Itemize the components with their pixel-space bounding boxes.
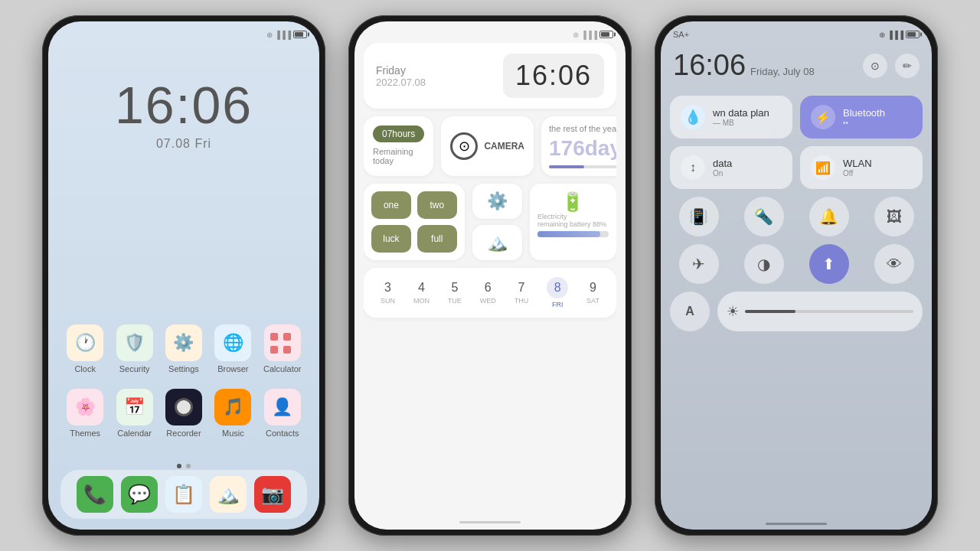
app-row-1: 🕐 Clock 🛡️ Security ⚙️ Settings 🌐 Browse…	[60, 324, 307, 373]
gallery-widget-btn[interactable]: 🏔️	[472, 225, 522, 260]
app-themes[interactable]: 🌸 Themes	[64, 389, 106, 438]
widget-scroll: Friday 2022.07.08 16:06 07hours Remainin…	[364, 43, 616, 514]
cal-day-sun: 3 SUN	[381, 281, 395, 305]
screen-btn[interactable]: 🖼	[874, 197, 914, 236]
lockscreen-time: 16:06 07.08 Fri	[48, 79, 319, 151]
notification-btn[interactable]: 🔔	[809, 197, 849, 236]
shortcut-full[interactable]: full	[417, 225, 457, 253]
lock-date-display: 07.08 Fri	[48, 137, 319, 151]
data-plan-name: wn data plan	[713, 107, 769, 119]
dock-gallery[interactable]: 🏔️	[210, 476, 247, 513]
cc-bottom: A ☀	[670, 292, 923, 331]
dot-1	[177, 464, 181, 468]
status-bar-2: ⊕ ▐▐▐	[354, 21, 626, 43]
app-calendar[interactable]: 📅 Calendar	[113, 389, 156, 438]
status-right-1: ⊕ ▐▐▐	[266, 31, 307, 39]
airplane-btn[interactable]: ✈	[679, 244, 719, 284]
recorder-icon	[165, 389, 202, 425]
app-music[interactable]: 🎵 Music	[211, 389, 254, 438]
camera-circle-icon: ⊙	[450, 132, 478, 160]
battery-1	[293, 31, 307, 38]
data-plan-sub: — MB	[713, 119, 769, 127]
app-settings[interactable]: ⚙️ Settings	[162, 324, 205, 373]
widget-mid-row: 07hours Remaining today ⊙ CAMERA the res…	[364, 116, 616, 176]
wlan-sub: Off	[843, 169, 872, 178]
music-label: Music	[222, 429, 244, 438]
cc-tile-bt-text: Bluetooth ••	[843, 107, 885, 127]
bluetooth-tile-name: Bluetooth	[843, 107, 885, 119]
vibration-btn[interactable]: 📳	[679, 197, 719, 236]
app-calculator[interactable]: Calculator	[261, 324, 304, 373]
recorder-label: Recorder	[166, 429, 201, 438]
contacts-label: Contacts	[266, 429, 299, 438]
app-browser[interactable]: 🌐 Browser	[211, 324, 254, 373]
dock-camera[interactable]: 📷	[254, 476, 291, 513]
battery-widget-fill	[537, 231, 600, 237]
browser-label: Browser	[217, 364, 248, 373]
mobile-data-icon: ↕	[681, 155, 705, 180]
cc-tile-mobile[interactable]: ↕ data On	[670, 146, 792, 189]
status-right-2: ⊕ ▐▐▐	[573, 31, 613, 39]
signal-status: ▐▐▐	[275, 31, 291, 39]
battery-3	[906, 31, 920, 38]
shortcut-luck[interactable]: luck	[371, 225, 411, 253]
scroll-indicator-2	[354, 521, 626, 523]
app-row-2: 🌸 Themes 📅 Calendar Recorder	[60, 389, 307, 438]
status-bar-3: SA+ ⊕ ▐▐▐	[661, 21, 932, 43]
cc-header-icons: ⊙ ✏	[863, 54, 920, 78]
data-drop-icon: 💧	[681, 105, 705, 129]
cal-day-mon: 4 MON	[413, 281, 430, 305]
widget-shortcuts-row: one two luck full ⚙️ 🏔️ 🔋 Electricity re…	[364, 184, 616, 260]
timer-label: Remaining today	[373, 147, 424, 165]
cc-header: 16:06 Friday, July 08 ⊙ ✏	[670, 43, 923, 88]
cc-edit-icon[interactable]: ✏	[895, 54, 920, 78]
settings-label: Settings	[168, 364, 199, 373]
font-size-btn[interactable]: A	[670, 292, 710, 331]
year-days: 176day	[549, 136, 616, 161]
wlan-icon: 📶	[811, 155, 835, 180]
location-btn[interactable]: ⬆	[809, 244, 849, 284]
dock-phone[interactable]: 📞	[77, 476, 113, 513]
battery-2	[599, 31, 613, 38]
cc-icon-grid-1: 📳 🔦 🔔 🖼	[670, 197, 923, 236]
widget-timer[interactable]: 07hours Remaining today	[364, 116, 433, 176]
cc-time-display: 16:06	[673, 49, 746, 82]
app-security[interactable]: 🛡️ Security	[113, 324, 156, 373]
cal-days: 3 SUN 4 MON 5 TUE 6 WED	[371, 277, 609, 308]
brightness-fill	[745, 310, 795, 313]
cc-tiles: 💧 wn data plan — MB ⚡ Bluetooth ••	[670, 96, 923, 139]
calculator-icon	[264, 324, 301, 361]
app-contacts[interactable]: 👤 Contacts	[261, 389, 304, 438]
cc-date-display: Friday, July 08	[750, 66, 815, 82]
dock-notes[interactable]: 📋	[165, 476, 202, 513]
browser-icon: 🌐	[214, 324, 251, 361]
widget-calendar: 3 SUN 4 MON 5 TUE 6 WED	[364, 268, 616, 318]
eye-btn[interactable]: 👁	[874, 244, 914, 284]
shortcut-one[interactable]: one	[371, 191, 411, 219]
calculator-label: Calculator	[263, 364, 302, 373]
app-recorder[interactable]: Recorder	[162, 389, 205, 438]
phone-2: ⊕ ▐▐▐ Friday 2022.07.08 16:06	[348, 15, 632, 536]
brightness-slider[interactable]: ☀	[717, 292, 923, 331]
year-progress-fill	[549, 165, 584, 168]
widget-clock-time: 16:06	[503, 54, 604, 98]
lock-time-display: 16:06	[48, 79, 319, 131]
settings-widget-btn[interactable]: ⚙️	[472, 184, 522, 219]
flashlight-btn[interactable]: 🔦	[744, 197, 784, 236]
cc-location-icon[interactable]: ⊙	[863, 54, 887, 78]
cc-tile-bluetooth[interactable]: ⚡ Bluetooth ••	[800, 96, 923, 139]
widget-icons-col: ⚙️ 🏔️	[472, 184, 522, 260]
app-clock[interactable]: 🕐 Clock	[64, 324, 106, 373]
battery-widget-bar	[537, 231, 609, 237]
cc-tile-wlan[interactable]: 📶 WLAN Off	[800, 146, 923, 189]
contrast-btn[interactable]: ◑	[744, 244, 784, 284]
cal-day-fri: 8 FRI	[547, 277, 568, 308]
dock-messages[interactable]: 💬	[121, 476, 158, 513]
phone-1: ⊕ ▐▐▐ 16:06 07.08 Fri 🕐 Clock	[42, 15, 325, 536]
shortcut-two[interactable]: two	[417, 191, 457, 219]
cc-tile-data-plan[interactable]: 💧 wn data plan — MB	[670, 96, 792, 139]
bt-icon-2: ⊕	[573, 31, 579, 39]
widget-camera[interactable]: ⊙ CAMERA	[441, 116, 534, 176]
camera-label: CAMERA	[484, 141, 524, 152]
themes-label: Themes	[70, 429, 100, 438]
